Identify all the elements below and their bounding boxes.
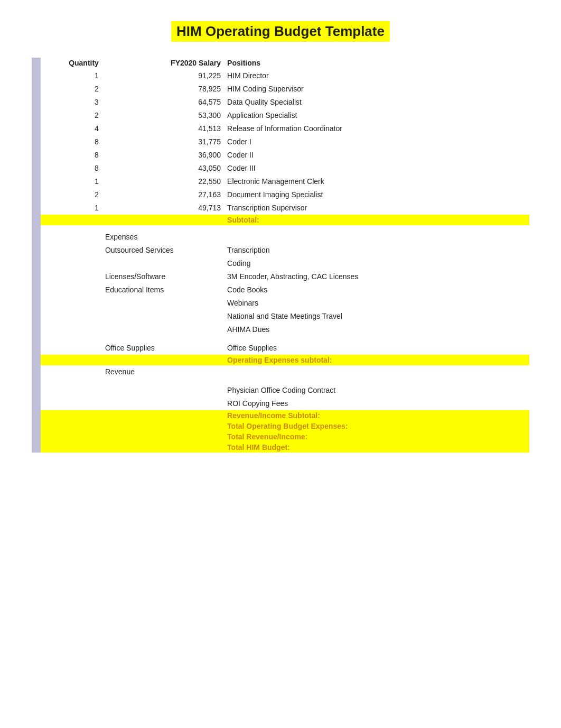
outsourced-row-1: Outsourced Services Transcription: [32, 244, 529, 257]
qty-2: 2: [41, 82, 102, 96]
expenses-label: Expenses: [102, 231, 224, 244]
office-qty: [41, 342, 102, 355]
subtotal-row: Subtotal:: [32, 215, 529, 225]
title-1: HIM Director: [224, 69, 529, 82]
educational-label-2: [102, 297, 224, 310]
office-item-1: Office Supplies: [224, 342, 529, 355]
educational-qty: [41, 283, 102, 297]
salary-7: 36,900: [102, 149, 224, 162]
spacer-2: [32, 336, 529, 342]
title-9: Electronic Management Clerk: [224, 175, 529, 188]
header-salary: FY2020 Salary: [102, 58, 224, 69]
salary-3: 64,575: [102, 96, 224, 109]
total-rev-mid: [102, 431, 224, 442]
title-7: Coder II: [224, 149, 529, 162]
office-label: Office Supplies: [102, 342, 224, 355]
outsourced-qty-2: [41, 257, 102, 270]
position-row-11: 1 49,713 Transcription Supervisor: [32, 201, 529, 215]
salary-6: 31,775: [102, 135, 224, 149]
qty-4: 2: [41, 109, 102, 122]
salary-1: 91,225: [102, 69, 224, 82]
title-2: HIM Coding Supervisor: [224, 82, 529, 96]
salary-2: 78,925: [102, 82, 224, 96]
educational-qty-3: [41, 310, 102, 323]
total-rev-qty: [41, 431, 102, 442]
outsourced-label-2: [102, 257, 224, 270]
licenses-row-1: Licenses/Software 3M Encoder, Abstractin…: [32, 270, 529, 283]
salary-5: 41,513: [102, 122, 224, 135]
educational-item-3: National and State Meetings Travel: [224, 310, 529, 323]
subtotal-qty: [41, 215, 102, 225]
total-revenue-row: Total Revenue/Income:: [32, 431, 529, 442]
subtotal-label: Subtotal:: [224, 215, 529, 225]
title-3: Data Quality Specialist: [224, 96, 529, 109]
expenses-qty: [41, 231, 102, 244]
total-him-qty: [41, 442, 102, 453]
title-6: Coder I: [224, 135, 529, 149]
office-row-1: Office Supplies Office Supplies: [32, 342, 529, 355]
qty-3: 3: [41, 96, 102, 109]
position-row-6: 8 31,775 Coder I: [32, 135, 529, 149]
revenue-item-qty-1: [41, 384, 102, 397]
licenses-qty: [41, 270, 102, 283]
position-row-5: 4 41,513 Release of Information Coordina…: [32, 122, 529, 135]
total-him-row: Total HIM Budget:: [32, 442, 529, 453]
educational-item-1: Code Books: [224, 283, 529, 297]
educational-row-1: Educational Items Code Books: [32, 283, 529, 297]
educational-qty-4: [41, 323, 102, 336]
header-quantity: Quantity: [41, 58, 102, 69]
rev-subtotal-label: Revenue/Income Subtotal:: [224, 410, 529, 421]
position-row-1: 1 91,225 HIM Director: [32, 69, 529, 82]
position-row-3: 3 64,575 Data Quality Specialist: [32, 96, 529, 109]
total-operating-row: Total Operating Budget Expenses:: [32, 421, 529, 431]
expenses-header-row: Expenses: [32, 231, 529, 244]
table-header: Quantity FY2020 Salary Positions: [32, 58, 529, 69]
position-row-10: 2 27,163 Document Imaging Specialist: [32, 188, 529, 201]
position-row-8: 8 43,050 Coder III: [32, 162, 529, 175]
total-him-mid: [102, 442, 224, 453]
outsourced-label: Outsourced Services: [102, 244, 224, 257]
position-row-7: 8 36,900 Coder II: [32, 149, 529, 162]
operating-subtotal-row: Operating Expenses subtotal:: [32, 355, 529, 365]
educational-label-4: [102, 323, 224, 336]
page-title: HIM Operating Budget Template: [171, 21, 390, 42]
position-row-2: 2 78,925 HIM Coding Supervisor: [32, 82, 529, 96]
op-subtotal-qty: [41, 355, 102, 365]
revenue-item-row-2: ROI Copying Fees: [32, 397, 529, 410]
title-10: Document Imaging Specialist: [224, 188, 529, 201]
revenue-item-1: Physician Office Coding Contract: [224, 384, 529, 397]
educational-row-3: National and State Meetings Travel: [32, 310, 529, 323]
spacer-3: [32, 379, 529, 384]
educational-item-2: Webinars: [224, 297, 529, 310]
total-rev-label: Total Revenue/Income:: [224, 431, 529, 442]
educational-label: Educational Items: [102, 283, 224, 297]
outsourced-item-2: Coding: [224, 257, 529, 270]
qty-11: 1: [41, 201, 102, 215]
title-4: Application Specialist: [224, 109, 529, 122]
salary-8: 43,050: [102, 162, 224, 175]
position-row-9: 1 22,550 Electronic Management Clerk: [32, 175, 529, 188]
qty-9: 1: [41, 175, 102, 188]
salary-4: 53,300: [102, 109, 224, 122]
spacer-1: [32, 225, 529, 231]
total-op-qty: [41, 421, 102, 431]
title-5: Release of Information Coordinator: [224, 122, 529, 135]
op-subtotal-label: Operating Expenses subtotal:: [224, 355, 529, 365]
revenue-item-qty-2: [41, 397, 102, 410]
salary-10: 27,163: [102, 188, 224, 201]
licenses-item-1: 3M Encoder, Abstracting, CAC Licenses: [224, 270, 529, 283]
op-subtotal-mid: [102, 355, 224, 365]
licenses-label: Licenses/Software: [102, 270, 224, 283]
educational-item-4: AHIMA Dues: [224, 323, 529, 336]
revenue-item-row-1: Physician Office Coding Contract: [32, 384, 529, 397]
educational-qty-2: [41, 297, 102, 310]
total-op-mid: [102, 421, 224, 431]
educational-label-3: [102, 310, 224, 323]
educational-row-2: Webinars: [32, 297, 529, 310]
rev-subtotal-qty: [41, 410, 102, 421]
revenue-label: Revenue: [102, 365, 224, 379]
revenue-item-2: ROI Copying Fees: [224, 397, 529, 410]
rev-subtotal-mid: [102, 410, 224, 421]
total-him-label: Total HIM Budget:: [224, 442, 529, 453]
total-op-label: Total Operating Budget Expenses:: [224, 421, 529, 431]
